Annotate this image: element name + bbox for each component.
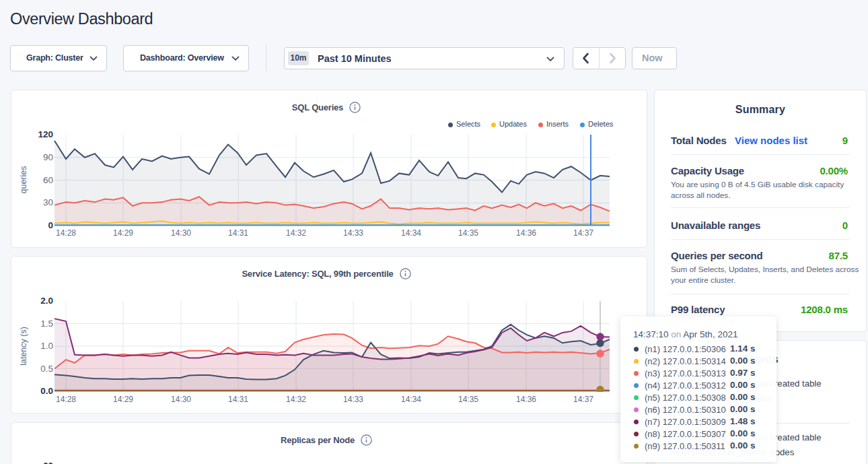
svg-text:14:35: 14:35 [458, 395, 478, 404]
svg-text:0.0: 0.0 [40, 386, 53, 396]
svg-text:14:28: 14:28 [56, 228, 76, 238]
svg-text:14:32: 14:32 [286, 228, 306, 238]
svg-text:14:34: 14:34 [401, 228, 421, 238]
svg-text:2.0: 2.0 [40, 296, 53, 306]
svg-text:14:30: 14:30 [171, 228, 191, 238]
svg-text:latency (s): latency (s) [19, 327, 28, 366]
svg-text:14:36: 14:36 [516, 395, 536, 404]
svg-text:14:29: 14:29 [113, 228, 133, 238]
svg-text:14:29: 14:29 [113, 395, 133, 404]
svg-text:queries: queries [19, 166, 28, 194]
svg-text:120: 120 [38, 129, 53, 139]
svg-text:14:32: 14:32 [286, 395, 306, 404]
svg-text:14:30: 14:30 [171, 395, 191, 404]
svg-text:14:31: 14:31 [228, 395, 248, 404]
svg-text:14:35: 14:35 [458, 228, 478, 238]
svg-text:1.5: 1.5 [40, 319, 53, 329]
svg-text:14:37: 14:37 [573, 395, 593, 404]
svg-text:14:36: 14:36 [516, 228, 536, 238]
svg-text:14:33: 14:33 [343, 395, 363, 404]
svg-text:90: 90 [43, 152, 53, 162]
svg-text:1.0: 1.0 [40, 341, 53, 351]
svg-text:60: 60 [43, 175, 53, 185]
svg-text:14:37: 14:37 [573, 228, 593, 238]
svg-text:0.5: 0.5 [40, 364, 53, 374]
svg-text:14:31: 14:31 [228, 228, 248, 238]
svg-text:14:33: 14:33 [343, 228, 363, 238]
svg-text:14:34: 14:34 [401, 395, 421, 404]
svg-text:30: 30 [43, 197, 53, 207]
svg-text:14:28: 14:28 [56, 395, 76, 404]
svg-text:0: 0 [48, 220, 53, 230]
